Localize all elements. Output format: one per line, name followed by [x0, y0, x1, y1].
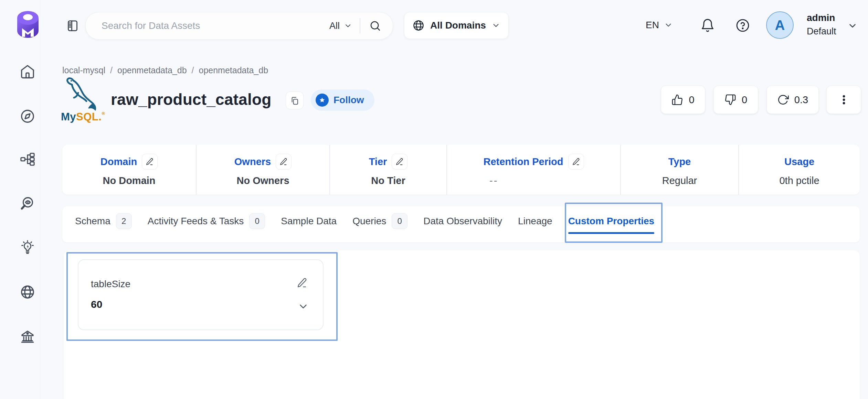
user-name: admin [807, 12, 835, 23]
search-icon[interactable] [369, 20, 381, 32]
breadcrumb-separator: / [192, 65, 194, 75]
info-label: Type [668, 156, 691, 168]
sidebar-item-govern[interactable] [19, 328, 36, 345]
chevron-down-icon [664, 21, 673, 30]
chevron-down-icon [344, 22, 352, 30]
info-item-retention-period: Retention Period -- [446, 145, 620, 195]
more-options-button[interactable] [826, 86, 861, 114]
notifications-button[interactable] [700, 18, 715, 33]
tab-label: Queries [352, 216, 386, 227]
follow-button[interactable]: Follow [311, 89, 374, 111]
domains-globe-icon [20, 284, 35, 300]
expand-property-button[interactable] [297, 301, 309, 312]
user-avatar[interactable]: A [766, 11, 794, 39]
edit-pencil-icon [146, 158, 154, 166]
edit-tier-button[interactable] [392, 154, 407, 170]
version-number: 0.3 [794, 94, 808, 106]
tab-label: Custom Properties [568, 216, 655, 227]
language-select[interactable]: EN [646, 20, 673, 31]
sidebar-item-lineage[interactable] [19, 151, 36, 168]
info-label: Domain [100, 156, 137, 168]
openmetadata-logo[interactable] [15, 10, 41, 41]
search-input[interactable] [101, 20, 326, 32]
tab-label: Schema [75, 216, 110, 227]
search-scope-select[interactable]: All [326, 21, 360, 31]
breadcrumb-separator: / [110, 65, 113, 75]
insights-lightbulb-icon [20, 240, 35, 256]
bell-icon [700, 18, 715, 33]
property-name: tableSize [91, 279, 130, 290]
observability-magnifier-eye-icon [20, 196, 35, 212]
tab-label: Data Observability [423, 216, 502, 227]
all-domains-button[interactable]: All Domains [404, 12, 509, 39]
upvote-count: 0 [689, 94, 694, 106]
tab-schema[interactable]: Schema 2 [75, 213, 132, 229]
edit-domain-button[interactable] [142, 154, 158, 170]
tab-queries[interactable]: Queries 0 [352, 213, 407, 229]
sidebar-toggle-button[interactable] [66, 19, 80, 33]
tab-count-badge: 0 [392, 213, 407, 229]
sidebar-item-observability[interactable] [19, 195, 36, 212]
sidebar-item-explore[interactable] [19, 108, 36, 125]
custom-properties-panel: tableSize 60 [64, 250, 860, 399]
tab-count-badge: 2 [116, 213, 132, 229]
breadcrumb-item-database[interactable]: openmetadata_db [117, 65, 187, 75]
globe-icon [412, 19, 425, 32]
breadcrumb-item-service[interactable]: local-mysql [62, 65, 105, 75]
star-icon [316, 94, 329, 107]
tab-label: Lineage [518, 216, 552, 227]
info-item-domain: Domain No Domain [62, 145, 196, 195]
info-value: 0th pctile [779, 175, 819, 186]
upvote-button[interactable]: 0 [661, 86, 705, 114]
search-scope-label: All [329, 21, 340, 31]
sidebar-item-home[interactable] [19, 64, 36, 80]
kebab-menu-icon [838, 94, 850, 106]
edit-pencil-icon [279, 158, 288, 166]
edit-pencil-icon [297, 277, 309, 288]
info-value: No Domain [103, 175, 155, 186]
edit-pencil-icon [572, 158, 580, 166]
user-team: Default [807, 26, 836, 37]
mysql-wordmark: MySQL.® [61, 111, 105, 123]
edit-owners-button[interactable] [276, 154, 292, 170]
copy-icon [290, 96, 299, 105]
home-icon [20, 64, 35, 80]
info-value: No Owners [236, 175, 289, 186]
page-title: raw_product_catalog [111, 90, 271, 109]
version-button[interactable]: 0.3 [766, 86, 819, 114]
all-domains-label: All Domains [430, 20, 486, 31]
thumbs-up-icon [671, 94, 683, 106]
left-sidebar [0, 0, 40, 399]
search-divider [360, 18, 360, 33]
user-menu-chevron[interactable] [847, 21, 858, 31]
info-value: Regular [662, 175, 697, 186]
tab-sample-data[interactable]: Sample Data [281, 216, 337, 227]
mysql-logo: MySQL.® [60, 76, 106, 123]
tab-count-badge: 0 [249, 213, 265, 229]
tab-activity-feeds-tasks[interactable]: Activity Feeds & Tasks 0 [148, 213, 265, 229]
edit-property-button[interactable] [297, 277, 309, 289]
tab-lineage[interactable]: Lineage [518, 216, 552, 227]
chevron-down-icon [491, 21, 500, 30]
entity-info-panel: Domain No Domain Owners No Owners Tier N… [62, 145, 860, 195]
tab-data-observability[interactable]: Data Observability [423, 216, 502, 227]
chevron-down-icon [847, 21, 858, 31]
sidebar-item-insights[interactable] [19, 239, 36, 256]
custom-property-card: tableSize 60 [78, 259, 324, 330]
thumbs-down-icon [724, 94, 736, 106]
help-button[interactable] [735, 18, 750, 33]
tab-custom-properties[interactable]: Custom Properties [568, 216, 655, 227]
sidebar-toggle-icon [66, 19, 80, 33]
global-search-bar: All [85, 12, 393, 40]
downvote-button[interactable]: 0 [713, 86, 758, 114]
edit-retention-button[interactable] [568, 154, 584, 170]
property-value: 60 [91, 299, 102, 310]
info-item-type: Type Regular [620, 145, 738, 195]
sidebar-item-domains[interactable] [19, 284, 36, 300]
breadcrumb: local-mysql / openmetadata_db / openmeta… [62, 65, 268, 75]
copy-name-button[interactable] [286, 91, 304, 109]
edit-pencil-icon [395, 158, 404, 166]
language-label: EN [646, 20, 659, 31]
chevron-down-icon [297, 301, 309, 312]
breadcrumb-item-schema[interactable]: openmetadata_db [199, 65, 268, 75]
